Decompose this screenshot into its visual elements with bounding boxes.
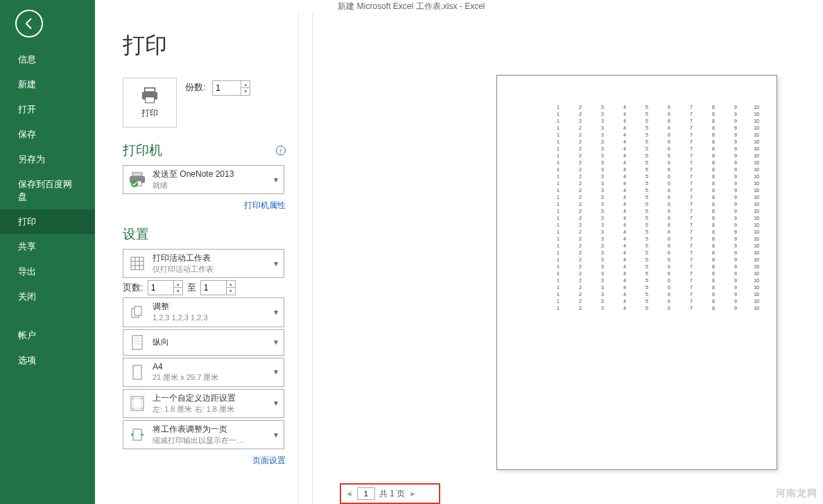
- svg-rect-8: [131, 257, 144, 270]
- margin-title: 上一个自定义边距设置: [153, 392, 267, 404]
- copies-label: 份数:: [185, 82, 206, 92]
- svg-point-22: [132, 398, 134, 399]
- nav-item-6[interactable]: 打印: [0, 209, 95, 234]
- printer-section-title: 打印机 i: [123, 141, 286, 159]
- orientation-select[interactable]: 纵向 ▼: [123, 329, 284, 356]
- current-page-input[interactable]: [357, 487, 375, 500]
- svg-rect-5: [132, 173, 142, 176]
- sheets-icon: [128, 254, 147, 273]
- nav-item-0[interactable]: 信息: [0, 47, 95, 72]
- copies-up[interactable]: ▲: [241, 81, 250, 88]
- back-button[interactable]: [15, 10, 43, 37]
- scale-title: 将工作表调整为一页: [153, 424, 267, 435]
- svg-point-3: [154, 93, 155, 94]
- nav-item-7[interactable]: 共享: [0, 234, 95, 259]
- nav-item-9[interactable]: 关闭: [0, 284, 95, 309]
- page-navigator: ◄ 共 1 页 ►: [340, 483, 440, 504]
- chevron-down-icon: ▼: [272, 399, 279, 407]
- chevron-down-icon: ▼: [272, 260, 279, 268]
- pages-from-down[interactable]: ▼: [174, 288, 182, 295]
- nav-item2-0[interactable]: 帐户: [0, 323, 95, 348]
- portrait-icon: [128, 333, 147, 352]
- divider: [312, 12, 313, 504]
- chevron-down-icon: ▼: [272, 309, 279, 316]
- nav-item-2[interactable]: 打开: [0, 97, 95, 122]
- pages-label: 页数:: [123, 281, 144, 294]
- print-what-title: 打印活动工作表: [153, 252, 267, 264]
- window-titlebar: 新建 Microsoft Excel 工作表.xlsx - Excel: [0, 0, 823, 12]
- margins-icon: [128, 394, 147, 413]
- svg-rect-19: [133, 365, 141, 379]
- pages-to-down[interactable]: ▼: [227, 288, 235, 295]
- scale-sub: 缩减打印输出以显示在一…: [153, 435, 267, 446]
- pages-to-up[interactable]: ▲: [227, 281, 235, 288]
- watermark: 河南龙网: [776, 487, 817, 500]
- nav-item-5[interactable]: 保存到百度网盘: [0, 172, 95, 209]
- svg-point-25: [141, 408, 142, 409]
- paper-sub: 21 厘米 x 29.7 厘米: [153, 372, 267, 383]
- page-setup-link[interactable]: 页面设置: [252, 455, 286, 465]
- backstage-sidebar: 信息新建打开保存另存为保存到百度网盘打印共享导出关闭 帐户选项: [0, 0, 95, 504]
- printer-device-icon: [128, 170, 147, 189]
- chevron-down-icon: ▼: [272, 368, 279, 376]
- scaling-select[interactable]: 将工作表调整为一页缩减打印输出以显示在一… ▼: [123, 420, 284, 449]
- collate-sub: 1,2,3 1,2,3 1,2,3: [153, 313, 267, 323]
- margins-select[interactable]: 上一个自定义边距设置左: 1.8 厘米 右: 1.8 厘米 ▼: [123, 389, 284, 418]
- print-what-select[interactable]: 打印活动工作表仅打印活动工作表 ▼: [123, 249, 284, 278]
- page-icon: [128, 363, 147, 382]
- nav-item-8[interactable]: 导出: [0, 259, 95, 284]
- chevron-down-icon: ▼: [272, 431, 279, 439]
- svg-point-23: [141, 398, 142, 399]
- printer-status: 就绪: [153, 180, 267, 191]
- next-page-button[interactable]: ►: [409, 489, 417, 498]
- fit-icon: [128, 425, 147, 444]
- copies-down[interactable]: ▼: [241, 88, 250, 95]
- svg-rect-0: [145, 87, 155, 92]
- chevron-down-icon: ▼: [272, 338, 279, 346]
- orientation: 纵向: [153, 336, 267, 348]
- print-preview: 1234567891012345678910123456789101234567…: [496, 75, 777, 470]
- nav-item-4[interactable]: 另存为: [0, 147, 95, 172]
- print-what-sub: 仅打印活动工作表: [153, 264, 267, 275]
- printer-properties-link[interactable]: 打印机属性: [244, 200, 286, 210]
- pages-from-up[interactable]: ▲: [174, 281, 182, 288]
- pages-to-label: 至: [187, 281, 196, 294]
- info-icon[interactable]: i: [276, 146, 286, 155]
- pages-to-input[interactable]: [201, 281, 226, 295]
- copies-spinner[interactable]: ▲▼: [212, 80, 250, 96]
- prev-page-button[interactable]: ◄: [345, 489, 353, 498]
- svg-rect-26: [133, 429, 141, 440]
- page-title: 打印: [123, 31, 823, 61]
- chevron-down-icon: ▼: [272, 176, 279, 184]
- nav-item-1[interactable]: 新建: [0, 72, 95, 97]
- svg-point-24: [132, 408, 134, 409]
- svg-rect-14: [135, 306, 141, 315]
- settings-section-title: 设置: [123, 225, 286, 243]
- collate-title: 调整: [153, 301, 267, 313]
- print-button[interactable]: 打印: [123, 78, 177, 128]
- pages-from-input[interactable]: [148, 281, 173, 295]
- nav-item2-1[interactable]: 选项: [0, 348, 95, 373]
- margin-sub: 左: 1.8 厘米 右: 1.8 厘米: [153, 404, 267, 415]
- pages-from-spinner[interactable]: ▲▼: [148, 280, 183, 295]
- printer-select[interactable]: 发送至 OneNote 2013 就绪 ▼: [123, 165, 284, 194]
- svg-rect-2: [146, 96, 155, 102]
- collate-select[interactable]: 调整1,2,3 1,2,3 1,2,3 ▼: [123, 297, 284, 327]
- printer-icon: [139, 87, 160, 105]
- total-pages-label: 共 1 页: [379, 488, 405, 500]
- copies-input[interactable]: [213, 81, 241, 95]
- svg-point-7: [131, 180, 138, 187]
- paper-select[interactable]: A421 厘米 x 29.7 厘米 ▼: [123, 358, 284, 387]
- printer-name: 发送至 OneNote 2013: [153, 168, 267, 180]
- arrow-left-icon: [22, 17, 36, 31]
- nav-item-3[interactable]: 保存: [0, 122, 95, 147]
- paper-title: A4: [153, 361, 267, 373]
- print-button-label: 打印: [141, 107, 158, 119]
- divider: [298, 12, 299, 504]
- svg-rect-15: [132, 336, 142, 349]
- pages-to-spinner[interactable]: ▲▼: [200, 280, 236, 295]
- collate-icon: [128, 302, 147, 322]
